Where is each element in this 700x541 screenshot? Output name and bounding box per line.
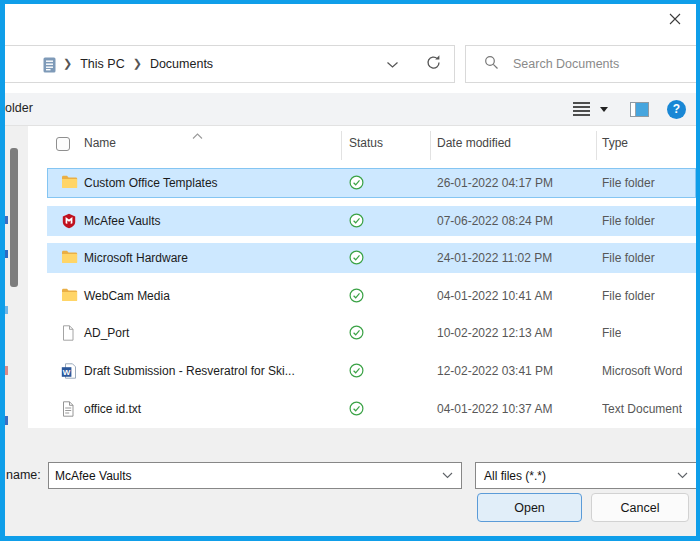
blank-file-icon [61, 325, 75, 344]
toolbar: older ? [5, 93, 696, 126]
chevron-down-icon[interactable] [677, 472, 696, 479]
file-name-cell: AD_Port [84, 318, 129, 348]
breadcrumb-documents[interactable]: Documents [150, 57, 213, 71]
window-border [0, 536, 700, 541]
navigation-pane-strip [5, 126, 28, 430]
view-dropdown-caret-icon[interactable] [600, 107, 608, 112]
column-divider[interactable] [341, 131, 342, 160]
nav-tree-icon [5, 216, 8, 224]
search-placeholder: Search Documents [513, 57, 619, 71]
file-row[interactable]: McAfee Vaults07-06-2022 08:24 PMFile fol… [47, 206, 696, 236]
file-type-value: All files (*.*) [476, 469, 677, 483]
file-name-cell: Draft Submission - Resveratrol for Ski..… [84, 356, 295, 386]
refresh-icon[interactable] [425, 54, 442, 75]
search-box[interactable]: Search Documents [465, 45, 696, 83]
file-type-cell: Text Document [602, 394, 682, 424]
date-modified-cell: 10-02-2022 12:13 AM [437, 318, 552, 348]
sync-status-icon [349, 213, 364, 231]
close-icon [667, 11, 683, 27]
folder-icon [61, 288, 78, 305]
file-type-cell: File folder [602, 206, 655, 236]
open-button[interactable]: Open [477, 493, 582, 522]
sync-status-icon [349, 401, 364, 419]
file-name-input[interactable] [49, 469, 442, 483]
file-type-cell: File [602, 318, 621, 348]
file-row[interactable]: office id.txt04-01-2022 10:37 AMText Doc… [47, 394, 696, 424]
close-button[interactable] [662, 7, 688, 31]
column-header-date-modified[interactable]: Date modified [437, 136, 511, 150]
date-modified-cell: 26-01-2022 04:17 PM [437, 168, 553, 198]
window-border [0, 0, 5, 541]
folder-icon [61, 175, 78, 192]
column-divider[interactable] [430, 131, 431, 160]
file-row[interactable]: WebCam Media04-01-2022 10:41 AMFile fold… [47, 281, 696, 311]
file-name-cell: WebCam Media [84, 281, 170, 311]
vertical-scrollbar[interactable] [10, 148, 18, 287]
file-row[interactable]: Microsoft Hardware24-01-2022 11:02 PMFil… [47, 243, 696, 273]
sync-status-icon [349, 175, 364, 193]
file-type-cell: File folder [602, 168, 655, 198]
sync-status-icon [349, 250, 364, 268]
breadcrumb-chevron-icon: ❯ [63, 57, 72, 70]
sync-status-icon [349, 288, 364, 306]
details-view-icon[interactable] [573, 102, 590, 116]
date-modified-cell: 04-01-2022 10:41 AM [437, 281, 552, 311]
new-folder-button[interactable]: older [5, 101, 33, 115]
nav-tree-icon [5, 306, 8, 314]
cancel-button[interactable]: Cancel [591, 493, 689, 522]
nav-tree-icon [5, 416, 8, 425]
file-name-cell: Microsoft Hardware [84, 243, 188, 273]
file-name-label: name: [6, 468, 41, 482]
address-bar[interactable]: ❯ This PC ❯ Documents [5, 45, 455, 83]
column-divider[interactable] [596, 131, 597, 160]
file-type-cell: File folder [602, 281, 655, 311]
sort-ascending-icon[interactable] [192, 126, 203, 144]
footer-bar: name: All files (*.*) Open Cancel [5, 428, 696, 536]
file-type-combobox[interactable]: All files (*.*) [475, 462, 696, 489]
chevron-down-icon[interactable] [442, 472, 461, 479]
mcafee-shield-icon [61, 213, 77, 232]
help-icon[interactable]: ? [667, 100, 686, 119]
folder-icon [61, 250, 78, 267]
nav-tree-icon [5, 366, 8, 375]
preview-pane-icon[interactable] [630, 102, 649, 117]
window-border [0, 0, 700, 4]
date-modified-cell: 24-01-2022 11:02 PM [437, 243, 552, 273]
file-name-cell: office id.txt [84, 394, 141, 424]
date-modified-cell: 12-02-2022 03:41 PM [437, 356, 553, 386]
date-modified-cell: 07-06-2022 08:24 PM [437, 206, 553, 236]
file-row[interactable]: Custom Office Templates26-01-2022 04:17 … [47, 168, 696, 198]
sync-status-icon [349, 363, 364, 381]
documents-folder-icon [42, 57, 57, 77]
breadcrumb-chevron-icon: ❯ [133, 57, 142, 70]
file-name-cell: Custom Office Templates [84, 168, 218, 198]
word-doc-icon: W [61, 363, 77, 382]
breadcrumb-this-pc[interactable]: This PC [80, 57, 124, 71]
file-type-cell: File folder [602, 243, 655, 273]
address-dropdown-chevron-icon[interactable] [386, 55, 399, 73]
svg-text:W: W [63, 368, 71, 377]
file-row[interactable]: AD_Port10-02-2022 12:13 AMFile [47, 318, 696, 348]
file-type-cell: Microsoft Word [602, 356, 682, 386]
sync-status-icon [349, 325, 364, 343]
open-file-dialog: ❯ This PC ❯ Documents Search Documents o… [0, 0, 700, 541]
window-border [696, 0, 700, 541]
column-header-type[interactable]: Type [602, 136, 628, 150]
column-header-status[interactable]: Status [349, 136, 383, 150]
nav-tree-icon [5, 250, 8, 258]
search-icon [484, 55, 499, 74]
file-row[interactable]: WDraft Submission - Resveratrol for Ski.… [47, 356, 696, 386]
date-modified-cell: 04-01-2022 10:37 AM [437, 394, 552, 424]
select-all-checkbox[interactable] [56, 137, 70, 151]
file-name-combobox[interactable] [48, 462, 462, 489]
file-name-cell: McAfee Vaults [84, 206, 160, 236]
column-header-name[interactable]: Name [84, 136, 116, 150]
text-file-icon [61, 401, 75, 420]
